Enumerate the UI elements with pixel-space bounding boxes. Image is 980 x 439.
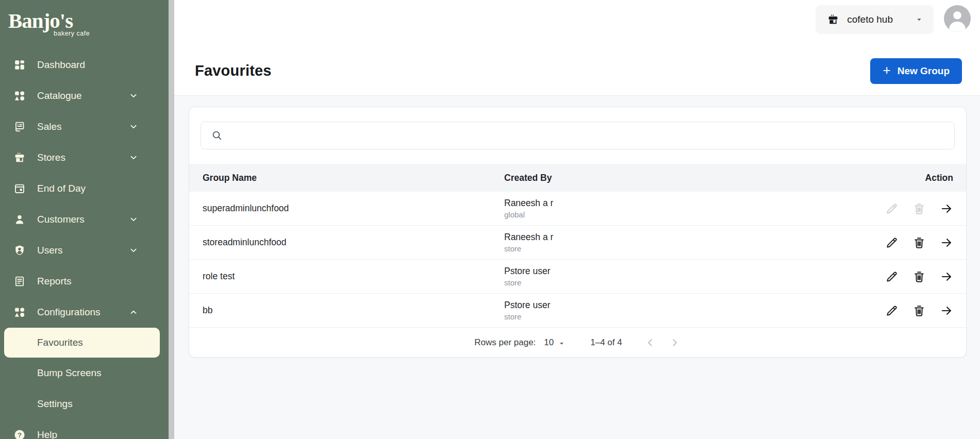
group-name-cell: superadminlunchfood xyxy=(189,203,504,214)
open-group-button[interactable] xyxy=(940,202,953,215)
sidebar-item-label: Catalogue xyxy=(37,90,82,102)
brand-logo: Banjo's bakery cafe xyxy=(0,0,169,37)
main-content: cofeto hub Favourites + New Group Group … xyxy=(174,0,980,439)
sidebar-item-label: Sales xyxy=(37,121,62,132)
creator-scope: store xyxy=(504,244,885,253)
next-page-button xyxy=(669,336,681,349)
creator-name: Raneesh a r xyxy=(504,198,885,209)
topbar: cofeto hub xyxy=(174,0,980,39)
edit-button[interactable] xyxy=(885,236,899,249)
content-area: Group Name Created By Action superadminl… xyxy=(174,96,980,439)
action-cell xyxy=(885,270,966,283)
sidebar-subitem-favourites[interactable]: Favourites xyxy=(4,328,160,358)
sidebar-subitem-bump-screens[interactable]: Bump Screens xyxy=(0,358,169,389)
previous-page-button xyxy=(644,336,656,349)
sidebar-item-customers[interactable]: Customers xyxy=(0,204,169,235)
table-row: storeadminlunchfoodRaneesh a rstore xyxy=(189,226,966,260)
group-name-cell: storeadminlunchfood xyxy=(189,237,504,248)
favourites-card: Group Name Created By Action superadminl… xyxy=(189,107,967,358)
sidebar-item-label: Dashboard xyxy=(37,59,85,71)
rows-per-page-select[interactable]: 10 xyxy=(544,337,566,348)
created-by-cell: Raneesh a rstore xyxy=(504,232,885,253)
column-header-action: Action xyxy=(925,173,966,183)
arrow-right-icon xyxy=(940,270,953,283)
table-header: Group Name Created By Action xyxy=(189,164,966,192)
sidebar-item-sales[interactable]: Sales xyxy=(0,111,169,142)
sidebar-item-users[interactable]: Users xyxy=(0,235,169,266)
delete-button[interactable] xyxy=(912,236,926,249)
sidebar-item-label: Reports xyxy=(37,276,72,287)
sidebar-subitem-label: Bump Screens xyxy=(37,367,102,379)
group-name-cell: role test xyxy=(189,271,504,282)
group-name-cell: bb xyxy=(189,305,504,316)
sidebar-subitem-label: Settings xyxy=(37,398,73,410)
configurations-icon xyxy=(13,306,26,318)
store-selector-value: cofeto hub xyxy=(847,14,893,25)
new-group-button[interactable]: + New Group xyxy=(870,58,962,84)
user-avatar[interactable] xyxy=(944,5,971,32)
creator-name: Pstore user xyxy=(504,300,885,311)
trash-icon xyxy=(912,270,926,283)
brand-name: Banjo's xyxy=(8,10,169,31)
open-group-button[interactable] xyxy=(940,304,953,317)
action-cell xyxy=(885,236,966,249)
sidebar-item-dashboard[interactable]: Dashboard xyxy=(0,49,169,80)
rows-per-page-label: Rows per page: xyxy=(474,337,536,348)
rows-per-page-value: 10 xyxy=(544,337,554,348)
edit-button[interactable] xyxy=(885,270,899,283)
chevron-down-icon xyxy=(128,122,139,132)
new-group-label: New Group xyxy=(898,65,950,77)
sidebar-scrollbar[interactable] xyxy=(169,0,174,439)
sidebar-item-label: Customers xyxy=(37,214,85,225)
sidebar-subitem-settings[interactable]: Settings xyxy=(0,389,169,419)
caret-down-icon xyxy=(558,340,566,347)
search-input[interactable] xyxy=(201,122,955,149)
sidebar-item-label: Users xyxy=(37,245,63,256)
svg-text:?: ? xyxy=(18,431,22,439)
person-icon xyxy=(13,213,26,226)
pagination-bar: Rows per page: 10 1–4 of 4 xyxy=(189,328,966,357)
sales-icon xyxy=(13,121,26,133)
table-row: role testPstore userstore xyxy=(189,260,966,294)
table-row: superadminlunchfoodRaneesh a rglobal xyxy=(189,192,966,226)
creator-scope: store xyxy=(504,278,885,287)
created-by-cell: Pstore userstore xyxy=(504,300,885,321)
page-header: Favourites + New Group xyxy=(174,39,980,95)
action-cell xyxy=(885,304,966,317)
creator-scope: global xyxy=(504,210,885,219)
delete-button[interactable] xyxy=(912,270,926,283)
action-cell xyxy=(885,202,966,215)
trash-icon xyxy=(912,236,926,249)
sidebar-item-stores[interactable]: Stores xyxy=(0,142,169,173)
pencil-icon xyxy=(885,270,899,283)
delete-button xyxy=(912,202,926,215)
arrow-right-icon xyxy=(940,304,953,317)
delete-button[interactable] xyxy=(912,304,926,317)
created-by-cell: Raneesh a rglobal xyxy=(504,198,885,219)
sidebar-item-end-of-day[interactable]: End of Day xyxy=(0,173,169,204)
pencil-icon xyxy=(885,236,899,249)
creator-name: Pstore user xyxy=(504,266,885,277)
sidebar-item-help[interactable]: ?Help xyxy=(0,419,169,439)
open-group-button[interactable] xyxy=(940,270,953,283)
chevron-down-icon xyxy=(128,91,139,101)
store-selector-dropdown[interactable]: cofeto hub xyxy=(816,5,934,34)
column-header-group-name: Group Name xyxy=(189,173,504,183)
sidebar-item-configurations[interactable]: Configurations xyxy=(0,297,169,328)
reports-icon xyxy=(13,275,26,288)
sidebar-subitem-label: Favourites xyxy=(37,337,83,348)
storefront-icon xyxy=(827,13,839,26)
sidebar-item-label: End of Day xyxy=(37,183,86,194)
open-group-button[interactable] xyxy=(940,236,953,249)
sidebar-item-reports[interactable]: Reports xyxy=(0,266,169,297)
brand-tagline: bakery cafe xyxy=(54,30,169,37)
edit-button[interactable] xyxy=(885,304,899,317)
chevron-down-icon xyxy=(128,245,139,256)
calendar-icon xyxy=(13,182,26,195)
table-body: superadminlunchfoodRaneesh a rglobalstor… xyxy=(189,192,966,328)
creator-name: Raneesh a r xyxy=(504,232,885,243)
trash-icon xyxy=(912,202,926,215)
sidebar-item-label: Configurations xyxy=(37,307,101,318)
sidebar: Banjo's bakery cafe DashboardCatalogueSa… xyxy=(0,0,169,439)
sidebar-item-catalogue[interactable]: Catalogue xyxy=(0,80,169,111)
